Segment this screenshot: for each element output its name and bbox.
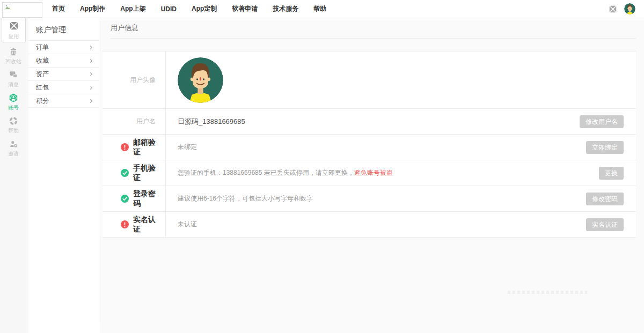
chevron-right-icon [89, 85, 92, 89]
rail-label: 应用 [9, 33, 19, 40]
row-label-cell: 邮箱验证 [103, 135, 166, 160]
username-value: 日源码_13881669685 [178, 117, 245, 127]
row-label: 邮箱验证 [133, 138, 156, 157]
sidebar-item-points[interactable]: 积分 [28, 94, 99, 108]
row-value-cell: 未认证 实名认证 [166, 212, 636, 237]
phone-status-text: 您验证的手机：13881669685 若已丢失或停用，请立即更换， [178, 168, 354, 177]
row-value-cell: 建议使用6-16个字符，可包括大小写字母和数字 修改密码 [166, 186, 636, 211]
rail-label: 帮助 [8, 127, 19, 135]
main-content: 用户信息 用户头像 用户名 日源码_13881669685 修改用户名 [100, 18, 644, 333]
sidebar-item-favorites[interactable]: 收藏 [28, 54, 99, 68]
nav-item-app-publish[interactable]: App上架 [120, 4, 145, 13]
chevron-right-icon [89, 58, 92, 62]
row-value-cell: 您验证的手机：13881669685 若已丢失或停用，请立即更换， 避免账号被盗… [166, 160, 636, 186]
nav-item-udid[interactable]: UDID [161, 5, 177, 13]
sidebar-item-label: 订单 [36, 43, 49, 52]
realname-status-text: 未认证 [178, 220, 197, 229]
row-label: 登录密码 [133, 189, 156, 209]
error-badge-icon [121, 143, 129, 151]
account-theft-warning-link[interactable]: 避免账号被盗 [354, 168, 393, 177]
nav-item-copyright[interactable]: 软著申请 [232, 4, 258, 13]
user-info-table: 用户头像 用户名 日源码_13881669685 修改用户名 邮箱验证 [103, 51, 636, 238]
email-status-text: 未绑定 [178, 143, 197, 152]
row-label: 实名认证 [133, 215, 156, 234]
user-avatar-small[interactable] [624, 3, 635, 14]
nav-item-help[interactable]: 帮助 [313, 4, 326, 13]
rail-item-help[interactable]: 帮助 [0, 116, 27, 135]
user-avatar-large[interactable] [178, 57, 223, 103]
chat-icon [8, 70, 19, 79]
table-row-username: 用户名 日源码_13881669685 修改用户名 [103, 109, 636, 135]
change-phone-button[interactable]: 更换 [599, 167, 624, 180]
table-row-avatar: 用户头像 [103, 51, 636, 109]
trash-icon [8, 47, 19, 56]
topbar-right [608, 0, 635, 18]
realname-verify-button[interactable]: 实名认证 [586, 218, 624, 231]
logo[interactable] [2, 2, 42, 18]
sidebar-item-redpacket[interactable]: 红包 [28, 81, 99, 94]
account-sidebar: 账户管理 订单 收藏 资产 红包 积分 [28, 18, 99, 322]
success-badge-icon [121, 195, 129, 203]
row-label-cell: 登录密码 [103, 186, 166, 211]
nav-item-home[interactable]: 首页 [52, 4, 65, 13]
table-row-realname: 实名认证 未认证 实名认证 [103, 212, 636, 238]
row-value-cell: 日源码_13881669685 修改用户名 [166, 109, 636, 134]
rail-item-messages[interactable]: 消息 [0, 70, 27, 88]
table-row-password: 登录密码 建议使用6-16个字符，可包括大小写字母和数字 修改密码 [103, 186, 636, 212]
nav-item-app-build[interactable]: App制作 [80, 4, 105, 13]
row-label: 用户头像 [130, 76, 156, 85]
apps-icon [9, 20, 19, 31]
icon-rail: 应用 回收站 消息 账号 帮助 [0, 18, 27, 333]
table-row-email-verify: 邮箱验证 未绑定 立即绑定 [103, 135, 636, 160]
invite-user-icon [8, 139, 19, 149]
sidebar-item-orders[interactable]: 订单 [28, 41, 99, 54]
rail-item-invite[interactable]: 邀请 [0, 139, 27, 158]
rail-label: 邀请 [8, 150, 19, 158]
sidebar-item-label: 收藏 [36, 56, 49, 65]
rail-item-recycle[interactable]: 回收站 [0, 47, 27, 65]
chevron-right-icon [89, 45, 92, 49]
bind-email-button[interactable]: 立即绑定 [586, 141, 624, 154]
sidebar-item-label: 资产 [36, 70, 49, 79]
error-badge-icon [121, 220, 129, 228]
broken-image-icon [4, 4, 12, 11]
lifebuoy-icon [8, 116, 19, 125]
edit-username-button[interactable]: 修改用户名 [580, 115, 624, 128]
rail-item-account[interactable]: 账号 [0, 93, 27, 112]
rail-label: 消息 [8, 81, 19, 88]
row-label-cell: 实名认证 [103, 212, 166, 237]
chevron-right-icon [89, 99, 92, 102]
password-hint-text: 建议使用6-16个字符，可包括大小写字母和数字 [178, 194, 313, 203]
success-badge-icon [121, 169, 129, 177]
row-label-cell: 用户头像 [103, 51, 166, 108]
row-value-cell: 未绑定 立即绑定 [166, 135, 636, 160]
account-icon [8, 93, 19, 102]
chevron-right-icon [89, 72, 92, 76]
page-title: 用户信息 [111, 23, 636, 39]
nav-item-app-custom[interactable]: App定制 [192, 4, 217, 13]
row-value-cell [166, 51, 636, 108]
row-label-cell: 用户名 [103, 109, 166, 134]
sidebar-title: 账户管理 [28, 18, 99, 41]
table-row-phone-verify: 手机验证 您验证的手机：13881669685 若已丢失或停用，请立即更换， 避… [103, 160, 636, 186]
row-label: 手机验证 [133, 164, 156, 183]
top-bar: 首页 App制作 App上架 UDID App定制 软著申请 技术服务 帮助 [0, 0, 644, 18]
row-label: 用户名 [136, 117, 156, 126]
change-password-button[interactable]: 修改密码 [586, 193, 624, 205]
rail-item-apps[interactable]: 应用 [2, 18, 26, 42]
nav-item-tech-service[interactable]: 技术服务 [273, 4, 298, 13]
rail-label: 账号 [8, 104, 19, 112]
top-navigation: 首页 App制作 App上架 UDID App定制 软著申请 技术服务 帮助 [52, 0, 341, 18]
sidebar-item-assets[interactable]: 资产 [28, 68, 99, 81]
row-label-cell: 手机验证 [103, 160, 166, 186]
sidebar-item-label: 红包 [36, 83, 49, 92]
apps-grid-icon[interactable] [608, 4, 618, 14]
rail-label: 回收站 [5, 58, 21, 65]
sidebar-item-label: 积分 [36, 97, 49, 106]
faint-watermark [508, 291, 587, 294]
